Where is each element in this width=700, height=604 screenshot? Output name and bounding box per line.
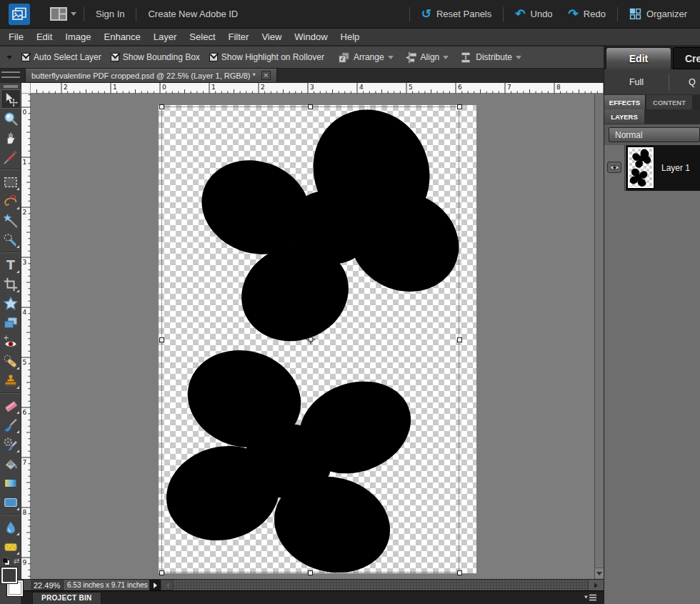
gradient-tool[interactable]	[1, 473, 21, 492]
undo-button[interactable]: ↶ Undo	[511, 7, 556, 21]
document-size-status[interactable]: 6.53 inches x 9.71 inches (300 ...	[64, 580, 149, 590]
selection-brush-tool[interactable]	[1, 230, 21, 249]
menu-item-select[interactable]: Select	[189, 31, 215, 42]
menu-item-window[interactable]: Window	[294, 31, 327, 42]
menu-item-enhance[interactable]: Enhance	[104, 31, 141, 42]
selection-handle[interactable]	[159, 337, 164, 342]
crop-tool[interactable]	[1, 274, 21, 294]
checkbox-show-bounding-box[interactable]: Show Bounding Box	[111, 52, 200, 62]
sponge-tool[interactable]	[1, 537, 21, 556]
tab-edit[interactable]: Edit	[606, 47, 671, 69]
menu-item-file[interactable]: File	[9, 31, 24, 42]
align-dropdown[interactable]: Align	[405, 51, 449, 64]
menu-item-help[interactable]: Help	[341, 31, 360, 42]
svg-text:1: 1	[211, 84, 216, 91]
mode-full[interactable]: Full	[604, 69, 669, 95]
eraser-tool[interactable]	[1, 396, 21, 415]
layer-visibility-toggle[interactable]	[607, 162, 621, 173]
sign-in-button[interactable]: Sign In	[91, 8, 129, 20]
selection-handle[interactable]	[457, 104, 462, 109]
cookie-cutter-tool[interactable]	[1, 294, 21, 313]
paint-bucket-tool[interactable]	[1, 454, 21, 473]
distribute-dropdown[interactable]: Distribute	[460, 51, 521, 64]
create-adobe-id-button[interactable]: Create New Adobe ID	[144, 8, 242, 20]
toolbar-separator	[1, 252, 20, 253]
zoom-tool-icon	[3, 111, 19, 127]
scroll-right-button[interactable]	[588, 580, 604, 590]
layer-thumbnail[interactable]	[628, 147, 654, 188]
selection-handle[interactable]	[159, 104, 164, 109]
tab-layers[interactable]: LAYERS	[604, 109, 644, 124]
redo-button[interactable]: ↷ Redo	[564, 7, 610, 21]
lasso-tool[interactable]	[1, 192, 21, 211]
panel-grip-icon[interactable]	[1, 71, 20, 78]
foreground-color-swatch[interactable]	[1, 568, 17, 583]
brush-tool[interactable]	[1, 415, 21, 435]
canvas-area[interactable]	[31, 94, 594, 579]
organizer-button[interactable]: Organizer	[625, 7, 691, 21]
menu-item-layer[interactable]: Layer	[154, 31, 177, 42]
arrange-icon	[338, 51, 350, 64]
hand-tool[interactable]	[1, 128, 21, 147]
menu-item-view[interactable]: View	[261, 31, 281, 42]
close-document-icon[interactable]: ×	[261, 71, 271, 80]
move-tool[interactable]	[1, 89, 21, 109]
checkbox-label: Auto Select Layer	[34, 52, 101, 62]
edit-mode-row: Full Q	[604, 69, 700, 95]
tab-create[interactable]: Cre	[673, 47, 700, 69]
recompose-tool[interactable]	[1, 313, 21, 332]
tab-effects[interactable]: EFFECTS	[604, 95, 646, 109]
svg-text:3: 3	[310, 84, 314, 91]
scroll-down-button[interactable]	[595, 568, 604, 578]
zoom-level-field[interactable]: 22.49%	[31, 580, 64, 590]
type-tool[interactable]: T	[1, 255, 21, 274]
magic-wand-tool[interactable]	[1, 211, 21, 230]
checkbox-show-highlight-on-rollover[interactable]: Show Highlight on Rollover	[209, 52, 324, 62]
horizontal-ruler[interactable]: 21012345678	[31, 83, 604, 94]
menu-item-filter[interactable]: Filter	[229, 31, 249, 42]
triangle-right-icon	[594, 583, 598, 588]
document-tab[interactable]: butterflyvalentine PDF cropped.psd @ 22.…	[25, 69, 277, 83]
vertical-ruler[interactable]: 0123456789	[21, 94, 31, 579]
blur-tool[interactable]	[1, 518, 21, 537]
eyedropper-tool[interactable]	[1, 147, 21, 167]
palette-grip-icon[interactable]	[4, 85, 18, 88]
marquee-tool[interactable]	[1, 172, 21, 192]
swap-colors-icon[interactable]: ⇄	[14, 557, 19, 565]
svg-text:0: 0	[23, 109, 27, 116]
default-colors-icon[interactable]	[2, 558, 10, 565]
mode-quick[interactable]: Q	[689, 69, 696, 95]
layer-entry[interactable]: Layer 1	[626, 145, 700, 191]
zoom-tool[interactable]	[1, 109, 21, 128]
healing-brush-tool[interactable]	[1, 352, 21, 371]
scroll-left-button[interactable]	[161, 580, 174, 590]
reset-panels-button[interactable]: ↺ Reset Panels	[417, 7, 496, 21]
menu-item-image[interactable]: Image	[65, 31, 91, 42]
project-bin-tab[interactable]: PROJECT BIN	[32, 592, 101, 604]
blend-mode-select[interactable]: Normal	[609, 127, 700, 142]
selection-handle[interactable]	[457, 337, 462, 342]
divider	[409, 7, 410, 21]
tab-content[interactable]: CONTENT	[646, 95, 692, 109]
smart-brush-tool[interactable]	[1, 435, 21, 454]
arrange-dropdown[interactable]: Arrange	[338, 51, 394, 64]
eye-icon	[609, 164, 620, 172]
selection-handle[interactable]	[159, 570, 164, 575]
crop-tool-icon	[3, 277, 19, 292]
status-info-toggle-button[interactable]	[149, 580, 161, 590]
project-bin-menu-icon[interactable]	[584, 594, 596, 601]
checkbox-auto-select-layer[interactable]: Auto Select Layer	[21, 52, 101, 62]
menu-item-edit[interactable]: Edit	[36, 31, 52, 42]
selection-handle[interactable]	[308, 570, 313, 575]
layer-row[interactable]: Layer 1	[604, 145, 700, 191]
clone-stamp-tool[interactable]	[1, 371, 21, 390]
tool-palette: T ⇄	[0, 83, 21, 604]
selection-handle[interactable]	[457, 570, 462, 575]
vertical-scrollbar[interactable]	[594, 94, 604, 579]
selection-handle[interactable]	[308, 104, 313, 109]
horizontal-scrollbar-track[interactable]	[174, 580, 588, 590]
layout-arrangement-button[interactable]	[50, 7, 76, 21]
red-eye-tool[interactable]	[1, 332, 21, 352]
options-flyout-icon[interactable]	[6, 56, 12, 59]
shape-tool[interactable]	[1, 492, 21, 512]
